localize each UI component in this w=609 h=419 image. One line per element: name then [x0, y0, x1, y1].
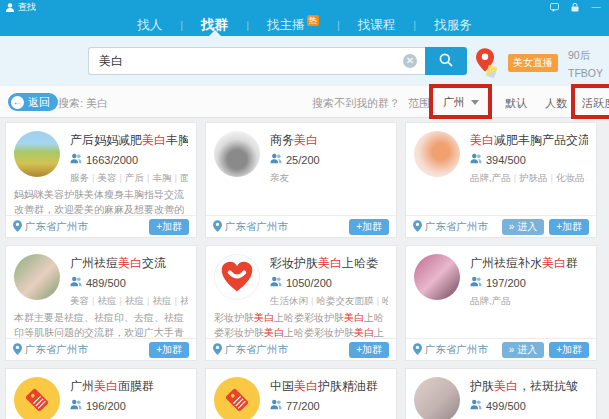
group-tag[interactable]: 品牌,产品 [470, 295, 511, 306]
member-count: 77/200 [286, 400, 320, 412]
group-title[interactable]: 广州祛痘美白交流 [70, 254, 188, 272]
message-icon[interactable] [549, 2, 559, 12]
tag-separator: | [514, 172, 516, 183]
group-title[interactable]: 护肤美白，祛斑抗皱 [470, 377, 588, 395]
highlighted-keyword: 美白 [318, 256, 342, 270]
group-tag[interactable]: 服务 [70, 172, 89, 183]
sort-members[interactable]: 人数 [545, 96, 567, 111]
enter-group-button[interactable]: » 进入 [502, 342, 544, 358]
group-members: 1050/200 [270, 275, 388, 290]
group-title[interactable]: 广州祛痘补水美白群 [470, 254, 588, 272]
members-icon [70, 153, 82, 166]
nearby-location-icon[interactable] [476, 48, 494, 78]
search-input[interactable] [88, 47, 425, 75]
card-top: 广州祛痘美白交流489/500美容|祛痘|祛痘|祛痘|祛痘|... [6, 246, 196, 307]
group-tag[interactable]: 品牌,产品 [470, 172, 511, 183]
group-tag[interactable]: 哈娄星 [382, 295, 388, 306]
app-icon [6, 3, 14, 12]
card-info: 广州祛痘美白交流489/500美容|祛痘|祛痘|祛痘|祛痘|... [70, 254, 188, 307]
tab-find-people[interactable]: 找人 [135, 14, 164, 36]
tag-separator: | [174, 295, 176, 306]
group-tag[interactable]: 产后 [125, 172, 144, 183]
group-tag[interactable]: 祛痘 [180, 295, 188, 306]
card-top: 广州美白面膜群196/200 [6, 369, 196, 419]
group-members: 196/200 [70, 398, 188, 413]
sort-activity[interactable]: 活跃度 [582, 96, 609, 111]
hot-tags: 90后TFBOY [568, 45, 609, 81]
group-tag[interactable]: 祛痘 [97, 295, 116, 306]
enter-group-button[interactable]: » 进入 [502, 219, 544, 235]
tab-find-group[interactable]: 找群 [199, 14, 230, 36]
text-segment: ，祛斑抗皱 [518, 379, 578, 393]
clear-search-icon[interactable]: ✕ [403, 54, 417, 68]
highlighted-keyword: 美白 [294, 379, 318, 393]
hot-tag[interactable]: 90后 [568, 49, 590, 61]
highlighted-keyword: 美白 [470, 133, 494, 147]
join-group-button[interactable]: +加群 [349, 219, 389, 235]
group-tag[interactable]: 护肤品 [519, 172, 548, 183]
tab-find-streamer[interactable]: 找主播热 [265, 14, 321, 36]
group-title[interactable]: 产后妈妈减肥美白丰胸 [70, 131, 188, 149]
group-tag[interactable]: 美容 [70, 295, 89, 306]
group-avatar-photo-people [214, 131, 260, 177]
group-tag[interactable]: 面膜 [180, 172, 188, 183]
tab-label: 找人 [137, 17, 162, 34]
sort-default[interactable]: 默认 [505, 96, 527, 111]
group-tag[interactable]: 美容 [97, 172, 116, 183]
member-count: 394/500 [486, 154, 526, 166]
group-location: 广东省广州市 [13, 220, 149, 234]
back-button[interactable]: ← 返回 [8, 93, 58, 111]
city-dropdown[interactable]: 广州 [432, 92, 490, 112]
group-avatar-logo-tag [214, 377, 260, 419]
group-description [214, 188, 388, 217]
group-title[interactable]: 美白减肥丰胸产品交流 [470, 131, 588, 149]
group-card: 广州祛痘补水美白群197/200品牌,产品广东省广州市» 进入+加群 [405, 245, 597, 361]
window-controls: — [549, 2, 601, 12]
group-tag[interactable]: 生活休闲 [270, 295, 308, 306]
group-card: 广州美白面膜群196/200 [5, 368, 197, 419]
join-group-button[interactable]: +加群 [549, 219, 589, 235]
search-button[interactable] [425, 47, 467, 75]
cant-find-group-link[interactable]: 搜索不到我的群？ [312, 96, 400, 111]
group-title[interactable]: 中国美白护肤精油群 [270, 377, 388, 395]
card-buttons: +加群 [149, 219, 189, 235]
card-top: 广州祛痘补水美白群197/200品牌,产品 [406, 246, 596, 307]
group-title[interactable]: 广州美白面膜群 [70, 377, 188, 395]
card-footer: 广东省广州市» 进入+加群 [406, 338, 596, 360]
group-tag[interactable]: 化妆品 [556, 172, 585, 183]
group-tag[interactable]: 哈娄交友面膜 [316, 295, 373, 306]
group-tag[interactable]: 祛痘 [152, 295, 171, 306]
card-info: 美白减肥丰胸产品交流394/500品牌,产品|护肤品|化妆品|香水|... [470, 131, 588, 184]
member-count: 196/200 [86, 400, 126, 412]
group-tag[interactable]: 亲友 [270, 172, 289, 183]
lock-icon[interactable] [570, 2, 580, 12]
join-group-button[interactable]: +加群 [349, 342, 389, 358]
join-group-button[interactable]: +加群 [149, 219, 189, 235]
group-tag[interactable]: 丰胸 [152, 172, 171, 183]
tab-find-service[interactable]: 找服务 [432, 14, 474, 36]
group-title[interactable]: 彩妆护肤美白上哈娄 [270, 254, 388, 272]
minimize-button[interactable]: — [591, 2, 601, 12]
card-info: 产后妈妈减肥美白丰胸1663/2000服务|美容|产后|丰胸|面膜|... [70, 131, 188, 184]
hot-badge: 热 [307, 15, 320, 26]
card-top: 产后妈妈减肥美白丰胸1663/2000服务|美容|产后|丰胸|面膜|... [6, 123, 196, 184]
text-segment: 丰胸 [166, 133, 188, 147]
group-members: 197/200 [470, 275, 588, 290]
highlighted-keyword: 美白 [254, 312, 274, 323]
card-top: 护肤美白，祛斑抗皱499/500 [406, 369, 596, 419]
text-segment: 群 [566, 256, 578, 270]
text-segment: 上哈娄 [342, 256, 378, 270]
group-avatar-photo-lady-light [414, 377, 460, 419]
card-footer: 广东省广州市+加群 [6, 215, 196, 237]
card-buttons: » 进入+加群 [502, 342, 589, 358]
group-tag[interactable]: 祛痘 [125, 295, 144, 306]
group-description: 彩妆护肤美白上哈娄彩妆护肤美白上哈娄彩妆护肤美白上哈娄彩妆护肤美白上哈娄彩妆护肤… [214, 311, 388, 340]
group-title[interactable]: 商务美白 [270, 131, 388, 149]
group-tags: 美容|祛痘|祛痘|祛痘|祛痘|... [70, 294, 188, 307]
live-badge[interactable]: 美女直播 [508, 54, 558, 72]
join-group-button[interactable]: +加群 [549, 342, 589, 358]
group-avatar-logo-heart [214, 254, 260, 300]
hot-tag[interactable]: TFBOY [568, 67, 603, 79]
join-group-button[interactable]: +加群 [149, 342, 189, 358]
tab-find-course[interactable]: 找课程 [356, 14, 398, 36]
